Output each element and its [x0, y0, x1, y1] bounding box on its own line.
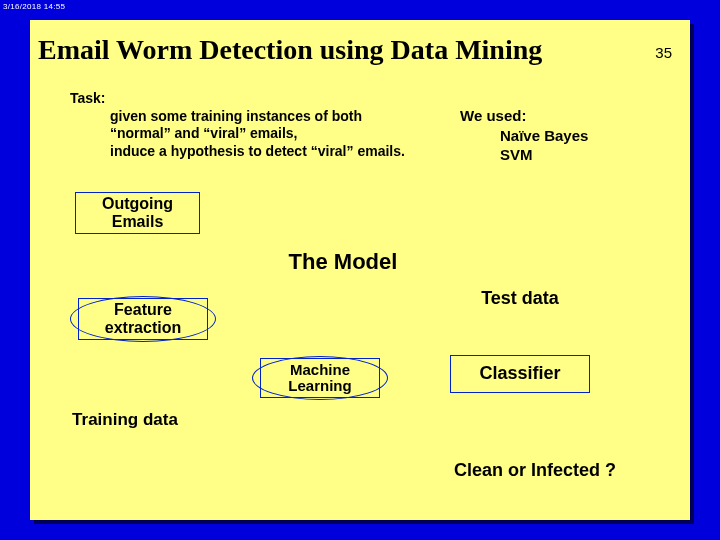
methods-used: We used: Naïve Bayes SVM	[460, 106, 588, 165]
node-outgoing-emails: Outgoing Emails	[75, 192, 200, 234]
task-line-3: induce a hypothesis to detect “viral” em…	[70, 143, 440, 161]
node-feature-extraction: Feature extraction	[78, 298, 208, 340]
task-description: Task: given some training instances of b…	[70, 90, 440, 160]
slide-container: 35 Email Worm Detection using Data Minin…	[30, 20, 690, 520]
method-svm: SVM	[460, 145, 588, 165]
node-classifier: Classifier	[450, 355, 590, 393]
method-naive-bayes: Naïve Bayes	[460, 126, 588, 146]
node-machine-learning-label: Machine Learning	[288, 362, 351, 395]
node-training-data: Training data	[55, 410, 195, 430]
node-test-data: Test data	[450, 288, 590, 309]
node-result: Clean or Infected ?	[430, 460, 640, 481]
methods-heading: We used:	[460, 106, 588, 126]
node-model: The Model	[258, 249, 428, 275]
task-heading: Task:	[70, 90, 440, 108]
task-line-1: given some training instances of both	[70, 108, 440, 126]
timestamp-label: 3/16/2018 14:55	[3, 2, 65, 11]
node-classifier-label: Classifier	[479, 364, 560, 384]
slide-title: Email Worm Detection using Data Mining	[30, 34, 690, 66]
node-outgoing-emails-label: Outgoing Emails	[102, 195, 173, 230]
node-feature-extraction-label: Feature extraction	[105, 301, 181, 336]
node-machine-learning: Machine Learning	[260, 358, 380, 398]
task-line-2: “normal” and “viral” emails,	[70, 125, 440, 143]
